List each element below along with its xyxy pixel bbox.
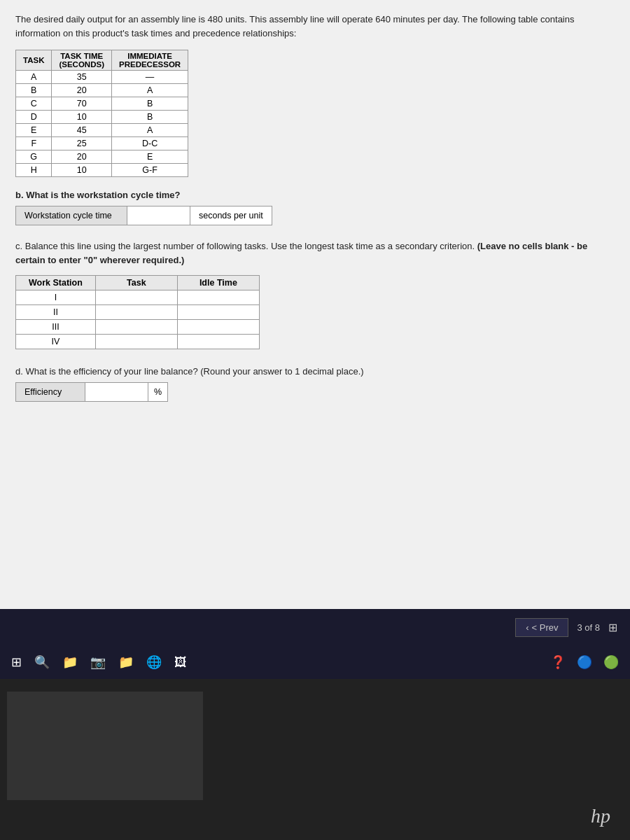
task-table-row: D10B (16, 111, 188, 124)
ws-idle-cell (177, 335, 259, 349)
photo-icon[interactable]: 🖼 (172, 655, 190, 670)
work-table-row: II (16, 305, 260, 320)
hp-logo: hp (591, 805, 610, 840)
taskbar-right: ❓ 🔵 🟢 (547, 654, 622, 670)
work-table-row: IV (16, 335, 260, 349)
task-table-row: E45A (16, 124, 188, 137)
task-cell-task: B (16, 84, 52, 97)
ws-idle-input[interactable] (190, 337, 246, 346)
task-cell-time: 25 (52, 137, 112, 150)
edge-icon[interactable]: 🔵 (574, 654, 595, 670)
task-cell-pred: E (111, 150, 188, 164)
ws-idle-cell (177, 305, 259, 320)
task-cell-task: G (16, 150, 52, 164)
task-table-row: A35— (16, 71, 188, 84)
task-table-row: B20A (16, 84, 188, 97)
cycle-label-box: Workstation cycle time (15, 206, 127, 225)
task-cell-pred: D-C (111, 137, 188, 150)
page-info: 3 of 8 (577, 622, 600, 633)
efficiency-unit-label: % (148, 382, 168, 402)
task-cell-time: 20 (52, 150, 112, 164)
ws-task-input[interactable] (108, 337, 164, 346)
ws-task-input[interactable] (108, 307, 164, 317)
work-station-table: Work Station Task Idle Time IIIIIIIV (15, 275, 260, 349)
app-icon[interactable]: 🟢 (601, 654, 622, 670)
task-table-row: G20E (16, 150, 188, 164)
ws-idle-cell (177, 320, 259, 335)
ws-task-cell (95, 305, 177, 320)
ws-task-input[interactable] (108, 293, 164, 302)
task-cell-time: 35 (52, 71, 112, 84)
folder-icon[interactable]: 📁 (115, 654, 136, 670)
task-cell-time: 10 (52, 164, 112, 177)
col-task-header: TASK (16, 50, 52, 71)
ws-idle-input[interactable] (190, 293, 246, 302)
section-c-text: c. Balance this line using the largest n… (15, 239, 615, 267)
section-b-label: b. What is the workstation cycle time? (15, 190, 615, 200)
ws-idle-cell (177, 290, 259, 305)
efficiency-input[interactable] (85, 382, 148, 402)
ws-task-input[interactable] (108, 322, 164, 332)
work-table-row: III (16, 320, 260, 335)
browser-icon[interactable]: 🌐 (144, 654, 164, 670)
task-cell-pred: — (111, 71, 188, 84)
help-icon[interactable]: ❓ (547, 654, 568, 670)
search-icon[interactable]: 🔍 (31, 654, 52, 670)
task-table-row: C70B (16, 97, 188, 111)
task-cell-task: C (16, 97, 52, 111)
dark-bottom-section: hp (0, 679, 630, 840)
cycle-row: Workstation cycle time seconds per unit (15, 206, 615, 225)
task-cell-task: E (16, 124, 52, 137)
task-cell-pred: A (111, 124, 188, 137)
ws-station-cell: III (16, 320, 96, 335)
task-cell-pred: B (111, 111, 188, 124)
task-cell-pred: A (111, 84, 188, 97)
task-table: TASK TASK TIME(SECONDS) IMMEDIATEPREDECE… (15, 50, 188, 177)
task-cell-time: 20 (52, 84, 112, 97)
ws-task-cell (95, 290, 177, 305)
prev-chevron-icon: ‹ (526, 622, 528, 633)
taskbar: ⊞ 🔍 📁 📷 📁 🌐 🖼 ❓ 🔵 🟢 (0, 645, 630, 679)
ws-task-cell (95, 335, 177, 349)
efficiency-row: Efficiency % (15, 382, 615, 402)
camera-icon[interactable]: 📷 (88, 654, 108, 670)
ws-task-cell (95, 320, 177, 335)
efficiency-label-box: Efficiency (15, 382, 85, 402)
bottom-nav: ‹ < Prev 3 of 8 ⊞ (0, 609, 630, 645)
main-content: The desired daily output for an assembly… (0, 0, 630, 609)
task-cell-task: F (16, 137, 52, 150)
task-cell-time: 45 (52, 124, 112, 137)
work-table-row: I (16, 290, 260, 305)
prev-label: < Prev (532, 622, 559, 633)
section-d-text: d. What is the efficiency of your line b… (15, 366, 615, 377)
file-icon[interactable]: 📁 (59, 654, 80, 670)
task-cell-time: 10 (52, 111, 112, 124)
col-time-header: TASK TIME(SECONDS) (52, 50, 112, 71)
intro-text: The desired daily output for an assembly… (15, 13, 615, 40)
col-pred-header: IMMEDIATEPREDECESSOR (111, 50, 188, 71)
start-icon[interactable]: ⊞ (8, 654, 24, 670)
section-c-main: c. Balance this line using the largest n… (15, 241, 475, 251)
ws-station-cell: IV (16, 335, 96, 349)
ws-idle-input[interactable] (190, 307, 246, 317)
cycle-unit-label: seconds per unit (190, 206, 272, 225)
task-cell-task: A (16, 71, 52, 84)
ws-col-task: Task (95, 276, 177, 290)
prev-button[interactable]: ‹ < Prev (515, 618, 568, 637)
task-cell-task: H (16, 164, 52, 177)
task-cell-pred: B (111, 97, 188, 111)
task-table-row: F25D-C (16, 137, 188, 150)
task-cell-task: D (16, 111, 52, 124)
cycle-time-input[interactable] (127, 206, 190, 225)
ws-station-cell: II (16, 305, 96, 320)
grid-icon[interactable]: ⊞ (608, 621, 617, 634)
dark-panel (7, 692, 203, 800)
ws-col-idle: Idle Time (177, 276, 259, 290)
ws-col-station: Work Station (16, 276, 96, 290)
task-cell-pred: G-F (111, 164, 188, 177)
ws-idle-input[interactable] (190, 322, 246, 332)
task-table-row: H10G-F (16, 164, 188, 177)
task-cell-time: 70 (52, 97, 112, 111)
ws-station-cell: I (16, 290, 96, 305)
